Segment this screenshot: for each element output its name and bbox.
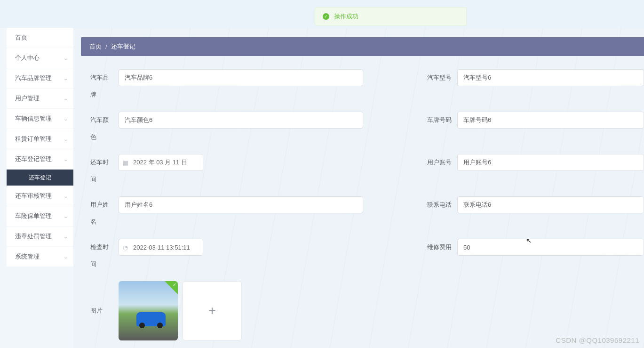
sidebar-item-label: 系统管理 [15, 252, 40, 261]
chevron-down-icon: ⌄ [63, 194, 68, 199]
sidebar-item-user[interactable]: 用户管理 ⌄ [7, 89, 73, 108]
watermark: CSDN @QQ1039692211 [556, 336, 639, 344]
main-content: 首页 / 还车登记 汽车品牌 汽车型号 汽车颜色 [73, 28, 644, 348]
chevron-down-icon: ⌄ [63, 56, 68, 61]
breadcrumb: 首页 / 还车登记 [81, 37, 644, 56]
chevron-down-icon: ⌄ [63, 157, 68, 162]
sidebar-item-rental[interactable]: 租赁订单管理 ⌄ [7, 129, 73, 149]
sidebar-item-profile[interactable]: 个人中心 ⌄ [7, 48, 73, 68]
sidebar: 首页 个人中心 ⌄ 汽车品牌管理 ⌄ 用户管理 ⌄ 车辆信息管理 ⌄ 租赁订单管… [0, 28, 73, 348]
sidebar-item-label: 还车审核管理 [15, 192, 52, 200]
sidebar-sub-return[interactable]: 还车登记 [7, 170, 73, 186]
input-check-time[interactable] [119, 239, 203, 256]
sidebar-item-return-audit[interactable]: 还车审核管理 ⌄ [7, 186, 73, 206]
label-color: 汽车颜色 [81, 112, 113, 146]
sidebar-item-label: 违章处罚管理 [15, 232, 52, 241]
sidebar-item-vehicle[interactable]: 车辆信息管理 ⌄ [7, 109, 73, 129]
chevron-down-icon: ⌄ [63, 116, 68, 121]
sidebar-item-label: 用户管理 [15, 94, 40, 103]
sidebar-item-home[interactable]: 首页 [7, 28, 73, 48]
clock-icon: ◔ [123, 244, 128, 251]
label-model: 汽车型号 [420, 69, 457, 86]
sidebar-item-label: 租赁订单管理 [15, 135, 52, 143]
sidebar-item-label: 汽车品牌管理 [15, 74, 52, 82]
sidebar-item-return-mgmt[interactable]: 还车登记管理 ⌄ [7, 149, 73, 169]
success-toast: ✓ 操作成功 [315, 7, 467, 26]
input-plate[interactable] [457, 112, 644, 129]
label-account: 用户账号 [420, 154, 457, 171]
chevron-down-icon: ⌄ [63, 234, 68, 239]
sidebar-item-label: 车险保单管理 [15, 212, 52, 220]
sidebar-item-system[interactable]: 系统管理 ⌄ [7, 247, 73, 267]
sidebar-item-label: 车辆信息管理 [15, 114, 52, 123]
sidebar-item-violation[interactable]: 违章处罚管理 ⌄ [7, 227, 73, 246]
uploaded-thumbnail[interactable]: ✓ [119, 281, 178, 340]
input-brand[interactable] [119, 69, 363, 86]
sidebar-item-label: 个人中心 [15, 54, 40, 62]
breadcrumb-home[interactable]: 首页 [89, 42, 102, 51]
breadcrumb-current: 还车登记 [111, 42, 135, 51]
input-repair-fee[interactable] [457, 239, 644, 256]
sidebar-item-label: 还车登记管理 [15, 155, 52, 163]
label-image: 图片 [81, 281, 113, 340]
sidebar-item-brand[interactable]: 汽车品牌管理 ⌄ [7, 68, 73, 88]
label-check-time: 检查时间 [81, 239, 113, 273]
label-phone: 联系电话 [420, 196, 457, 213]
upload-button[interactable]: + [183, 281, 242, 340]
chevron-down-icon: ⌄ [63, 137, 68, 142]
chevron-down-icon: ⌄ [63, 76, 68, 81]
toast-text: 操作成功 [334, 12, 358, 21]
input-model[interactable] [457, 69, 644, 86]
check-circle-icon: ✓ [323, 13, 329, 20]
input-phone[interactable] [457, 196, 644, 213]
check-icon: ✓ [173, 282, 176, 287]
label-plate: 车牌号码 [420, 112, 457, 129]
input-account[interactable] [457, 154, 644, 171]
label-repair-fee: 维修费用 [420, 239, 457, 256]
chevron-down-icon: ⌄ [63, 254, 68, 259]
sidebar-item-insurance[interactable]: 车险保单管理 ⌄ [7, 206, 73, 226]
label-return-time: 还车时间 [81, 154, 113, 188]
chevron-down-icon: ⌄ [63, 214, 68, 219]
breadcrumb-separator: / [105, 43, 107, 50]
chevron-down-icon: ⌄ [63, 96, 68, 101]
sidebar-sub-label: 还车登记 [29, 174, 51, 182]
input-username[interactable] [119, 196, 363, 213]
input-color[interactable] [119, 112, 363, 129]
input-return-time[interactable] [119, 154, 203, 171]
sidebar-item-label: 首页 [15, 33, 27, 42]
mouse-cursor-icon: ↖ [525, 236, 533, 245]
label-brand: 汽车品牌 [81, 69, 113, 103]
calendar-icon: ▦ [123, 159, 128, 166]
plus-icon: + [208, 303, 216, 318]
label-username: 用户姓名 [81, 196, 113, 230]
